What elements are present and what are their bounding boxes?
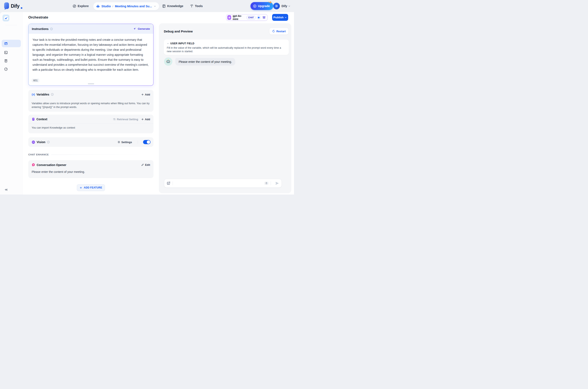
sparkle-icon: [267, 0, 273, 6]
retrieval-setting-label: Retrieval Setting: [117, 118, 138, 121]
account-name: Dify: [282, 4, 287, 8]
model-mode-badge: CHAT: [247, 16, 256, 20]
model-name: gpt-4o-mini: [233, 14, 245, 21]
nav-knowledge-label: Knowledge: [167, 4, 183, 8]
retrieval-setting-button[interactable]: Retrieval Setting: [113, 118, 138, 121]
retrieval-sliders-icon: [113, 118, 116, 121]
instructions-editor[interactable]: Your task is to review the provided meet…: [29, 34, 153, 85]
generate-button[interactable]: Generate: [133, 27, 150, 30]
help-icon[interactable]: ?: [50, 28, 53, 30]
compass-icon: [73, 4, 76, 8]
plus-icon: [141, 118, 144, 121]
variables-title: Variables: [37, 93, 49, 96]
opener-text: Please enter the content of your meeting…: [28, 170, 153, 173]
opener-title: Conversation Opener: [37, 163, 66, 167]
logo-text: Dify: [11, 2, 19, 10]
divider: [28, 124, 153, 124]
model-selector[interactable]: gpt-4o-mini CHAT: [226, 14, 268, 21]
document-icon: [32, 118, 35, 121]
chat-input[interactable]: 0: [164, 179, 282, 188]
vision-panel: Vision ? Settings: [28, 137, 153, 147]
chatbot-badge-icon: [4, 16, 8, 20]
gauge-icon: [4, 67, 8, 71]
vision-title: Vision: [37, 140, 45, 144]
breadcrumb: Studio / Meeting Minutes and Su...: [93, 2, 159, 10]
input-char-count: 0: [264, 182, 269, 185]
sparkle-icon: [133, 27, 136, 30]
sidebar-item-orchestrate[interactable]: [2, 40, 21, 47]
chevron-down-icon: [167, 42, 169, 45]
user-avatar[interactable]: D: [273, 3, 280, 9]
chevron-down-icon: [288, 5, 291, 7]
openai-icon: [227, 15, 231, 20]
instructions-text: Your task is to review the provided meet…: [33, 37, 149, 72]
user-input-field-title: USER INPUT FIELD: [170, 42, 194, 45]
conversation-opener-panel: Conversation Opener Edit Please enter th…: [28, 160, 153, 178]
edit-opener-button[interactable]: Edit: [141, 163, 150, 166]
terminal-icon: [4, 51, 8, 54]
account-menu[interactable]: Dify: [282, 0, 291, 12]
add-image-icon[interactable]: [167, 181, 171, 185]
nav-explore-label: Explore: [78, 4, 89, 8]
add-variable-button[interactable]: Add: [141, 93, 150, 96]
chat-message-input[interactable]: [175, 182, 264, 185]
instructions-panel: Instructions ? Generate Your task is to …: [28, 24, 153, 86]
nav-knowledge[interactable]: Knowledge: [162, 0, 183, 12]
sidebar-item-monitoring[interactable]: [2, 65, 21, 73]
eye-icon: [32, 140, 35, 144]
plus-icon: [79, 186, 82, 189]
logo-dot: [21, 7, 22, 9]
edit-label: Edit: [145, 163, 150, 166]
variables-panel: {x} Variables ? Add Variables allow user…: [28, 90, 153, 112]
svg-text:?: ?: [52, 94, 52, 96]
assistant-message: Please enter the content of your meeting…: [164, 57, 235, 66]
breadcrumb-app-name[interactable]: Meeting Minutes and Su...: [115, 4, 152, 8]
vision-settings-button[interactable]: Settings: [117, 141, 132, 144]
send-button[interactable]: [275, 181, 279, 185]
add-context-button[interactable]: Add: [141, 118, 150, 121]
gear-icon: [117, 141, 120, 144]
publish-button[interactable]: Publish: [272, 14, 288, 21]
logs-icon: [4, 59, 8, 63]
vision-settings-label: Settings: [121, 141, 132, 144]
hammer-icon: [190, 4, 193, 8]
vision-toggle[interactable]: [143, 140, 150, 144]
breadcrumb-studio[interactable]: Studio: [101, 4, 111, 8]
sidebar-item-api[interactable]: [2, 49, 21, 56]
restart-label: Restart: [276, 30, 286, 33]
char-count-badge: 601: [32, 79, 39, 82]
chat-enhance-label: CHAT ENHANCE: [28, 153, 49, 156]
generate-label: Generate: [138, 27, 150, 30]
sidebar-item-logs[interactable]: [2, 57, 21, 65]
gem-icon: [253, 4, 257, 8]
variables-description: Variables allow users to introduce promp…: [28, 101, 153, 109]
pencil-icon: [141, 163, 144, 166]
divider: [271, 181, 271, 185]
model-params-icon[interactable]: [262, 16, 266, 19]
user-input-field-header[interactable]: USER INPUT FIELD: [167, 42, 286, 45]
page-title: Orchestrate: [28, 15, 48, 20]
context-title: Context: [37, 118, 47, 121]
chevron-down-icon[interactable]: [154, 5, 156, 7]
robot-avatar-icon: [166, 59, 171, 64]
dify-logo-icon: [4, 2, 9, 10]
restart-button[interactable]: Restart: [269, 28, 289, 35]
svg-text:?: ?: [51, 28, 52, 30]
top-navbar: Dify Explore Studio / Meeting Minutes an…: [0, 0, 294, 12]
help-icon[interactable]: ?: [51, 93, 54, 96]
instructions-header: Instructions ? Generate: [29, 24, 153, 34]
nav-explore[interactable]: Explore: [73, 0, 89, 12]
nav-tools[interactable]: Tools: [190, 0, 203, 12]
dify-logo[interactable]: Dify: [4, 2, 22, 10]
robot-icon: [96, 4, 100, 8]
app-sidebar: [0, 12, 23, 194]
sidebar-expand-icon[interactable]: [4, 187, 8, 192]
add-feature-button[interactable]: ADD FEATURE: [77, 184, 105, 191]
resize-handle[interactable]: [88, 83, 94, 84]
bot-avatar: [164, 57, 172, 66]
svg-text:?: ?: [48, 141, 49, 143]
refresh-icon: [272, 30, 275, 33]
user-input-field-description: Fill in the value of the variable, which…: [167, 46, 286, 53]
chat-bubble-heart-icon: [32, 163, 35, 167]
help-icon[interactable]: ?: [47, 141, 50, 144]
